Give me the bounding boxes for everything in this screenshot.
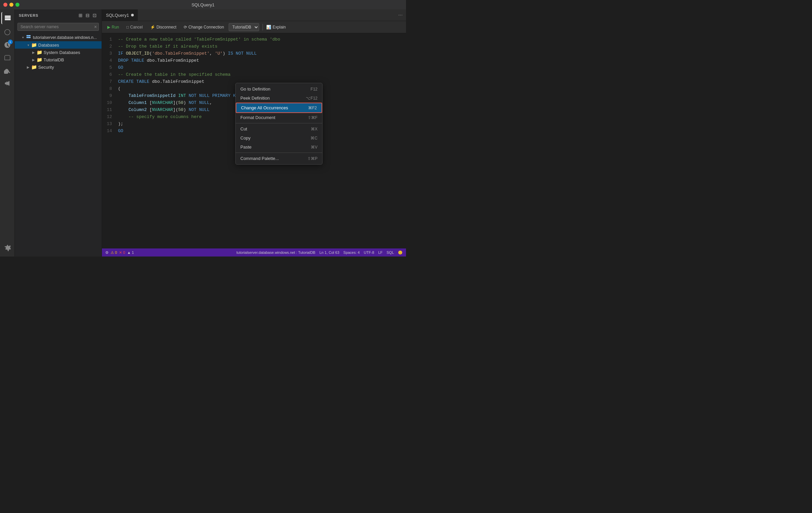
editor-area: SQLQuery1 ··· ▶ Run □ Cancel ⚡ Disconnec…: [102, 9, 406, 256]
tree-item-server[interactable]: ▾ tutorialserver.database.windows.n...: [15, 33, 102, 41]
vertical-scrollbar[interactable]: [403, 33, 406, 249]
change-connection-button[interactable]: ⟳ Change Connection: [181, 24, 227, 30]
change-connection-icon: ⟳: [184, 25, 187, 29]
menu-item-go-to-def[interactable]: Go to Definition F12: [236, 85, 322, 93]
code-line-6: -- Create the table in the specified sch…: [118, 71, 403, 78]
folder-tutorialdb-icon: 📁: [36, 57, 42, 62]
tab-sqlquery1[interactable]: SQLQuery1: [102, 9, 138, 21]
menu-item-label: Cut: [240, 126, 247, 132]
new-connection-icon[interactable]: ⊞: [78, 12, 84, 19]
cancel-button[interactable]: □ Cancel: [124, 24, 145, 30]
sidebar-header-icons: ⊞ ⊟ ⊡: [78, 12, 97, 19]
close-button[interactable]: [3, 3, 7, 7]
sidebar-header-label: SERVERS: [19, 13, 38, 18]
tree-arrow-server: ▾: [20, 35, 26, 39]
history-badge: 1: [8, 39, 13, 44]
activity-item-settings[interactable]: [1, 242, 13, 254]
explain-icon: 📊: [266, 25, 271, 29]
disconnect-button[interactable]: ⚡ Disconnect: [147, 24, 179, 30]
cancel-icon: □: [126, 25, 129, 29]
code-line-1: -- Create a new table called 'TableFromS…: [118, 36, 403, 43]
run-label: Run: [112, 25, 119, 29]
activity-item-servers[interactable]: [1, 12, 13, 24]
activity-item-connections[interactable]: [1, 26, 13, 38]
cancel-label: Cancel: [130, 25, 143, 29]
warning-count: ⚠ 0: [111, 251, 117, 255]
menu-item-paste[interactable]: Paste ⌘V: [236, 142, 322, 151]
menu-item-label: Go to Definition: [240, 86, 270, 91]
change-connection-label: Change Connection: [188, 25, 224, 29]
tree-arrow-databases: ▾: [26, 43, 31, 47]
menu-item-peek-def[interactable]: Peek Definition ⌥F12: [236, 93, 322, 103]
server-tree: ▾ tutorialserver.database.windows.n... ▾…: [15, 32, 102, 256]
menu-item-shortcut: ⇧⌘F: [308, 115, 318, 120]
disconnect-icon: ⚡: [150, 25, 155, 29]
info-count: ▲ 1: [127, 251, 134, 255]
menu-item-shortcut: ⌥F12: [306, 96, 318, 101]
run-icon: ▶: [107, 25, 110, 29]
menu-item-command-palette[interactable]: Command Palette... ⇧⌘P: [236, 154, 322, 163]
status-left: ⚙ ⚠ 0 ✕ 0 ▲ 1: [105, 251, 134, 255]
tree-item-system-db[interactable]: ▶ 📁 System Databases: [15, 49, 102, 56]
error-count: ✕ 0: [119, 251, 125, 255]
explain-button[interactable]: 📊 Explain: [266, 25, 286, 29]
folder-security-icon: 📁: [31, 64, 37, 70]
encoding-info: UTF-8: [364, 251, 374, 255]
smiley-icon[interactable]: 🙂: [398, 251, 403, 255]
disconnect-label: Disconnect: [156, 25, 176, 29]
tab-label: SQLQuery1: [106, 13, 129, 18]
code-line-5: GO: [118, 64, 403, 71]
menu-item-cut[interactable]: Cut ⌘X: [236, 124, 322, 134]
run-button[interactable]: ▶ Run: [105, 24, 122, 30]
menu-item-label: Paste: [240, 144, 252, 149]
tree-arrow-security: ▶: [26, 65, 31, 69]
tree-item-databases[interactable]: ▾ 📁 Databases: [15, 41, 102, 49]
minimize-button[interactable]: [9, 3, 13, 7]
menu-item-change-all[interactable]: Change All Occurrences ⌘F2: [236, 103, 322, 113]
titlebar: SQLQuery1: [0, 0, 406, 9]
menu-item-label: Command Palette...: [240, 156, 279, 161]
database-selector[interactable]: TutorialDB: [229, 23, 259, 31]
menu-item-label: Change All Occurrences: [241, 105, 288, 110]
menu-item-shortcut: ⌘C: [311, 136, 318, 141]
activity-item-search[interactable]: [1, 64, 13, 77]
menu-item-label: Copy: [240, 136, 251, 141]
toolbar: ▶ Run □ Cancel ⚡ Disconnect ⟳ Change Con…: [102, 21, 406, 33]
activity-item-history[interactable]: 1: [1, 39, 13, 51]
refresh-icon[interactable]: ⊡: [92, 12, 97, 19]
search-box: ×: [18, 23, 99, 31]
tree-item-security[interactable]: ▶ 📁 Security: [15, 63, 102, 71]
activity-bar: 1: [0, 9, 15, 256]
search-input[interactable]: [18, 23, 99, 31]
status-bar: ⚙ ⚠ 0 ✕ 0 ▲ 1 tutorialserver.database.wi…: [102, 249, 406, 256]
window-title: SQLQuery1: [192, 2, 214, 7]
sidebar: SERVERS ⊞ ⊟ ⊡ × ▾: [15, 9, 102, 256]
menu-item-copy[interactable]: Copy ⌘C: [236, 134, 322, 142]
tree-arrow-tutorialdb: ▶: [31, 58, 36, 62]
cursor-position: Ln 1, Col 63: [319, 251, 339, 255]
tree-item-tutorialdb[interactable]: ▶ 📁 TutorialDB: [15, 56, 102, 63]
spaces-info: Spaces: 4: [343, 251, 360, 255]
menu-separator-2: [236, 152, 322, 153]
code-editor[interactable]: 12345 678910 11121314 -- Create a new ta…: [102, 33, 406, 249]
maximize-button[interactable]: [16, 3, 20, 7]
gear-icon[interactable]: ⚙: [105, 251, 109, 255]
databases-label: Databases: [38, 42, 59, 48]
toolbar-separator: [262, 24, 263, 30]
menu-item-format-doc[interactable]: Format Document ⇧⌘F: [236, 113, 322, 122]
activity-item-explorer[interactable]: [1, 52, 13, 64]
code-line-3: IF OBJECT_ID('dbo.TableFromSnippet', 'U'…: [118, 50, 403, 57]
tab-more-button[interactable]: ···: [395, 12, 406, 18]
add-folder-icon[interactable]: ⊟: [85, 12, 90, 19]
activity-item-git[interactable]: [1, 77, 13, 89]
svg-point-4: [30, 37, 30, 38]
server-label: tutorialserver.database.windows.n...: [33, 35, 97, 40]
code-line-2: -- Drop the table if it already exists: [118, 43, 403, 50]
menu-item-shortcut: ⇧⌘P: [308, 156, 318, 161]
search-clear-icon[interactable]: ×: [94, 24, 97, 29]
svg-point-3: [30, 35, 30, 36]
code-line-4: DROP TABLE dbo.TableFromSnippet: [118, 57, 403, 64]
tutorialdb-label: TutorialDB: [44, 57, 64, 62]
menu-item-label: Peek Definition: [240, 95, 269, 101]
server-icon: [26, 34, 31, 40]
